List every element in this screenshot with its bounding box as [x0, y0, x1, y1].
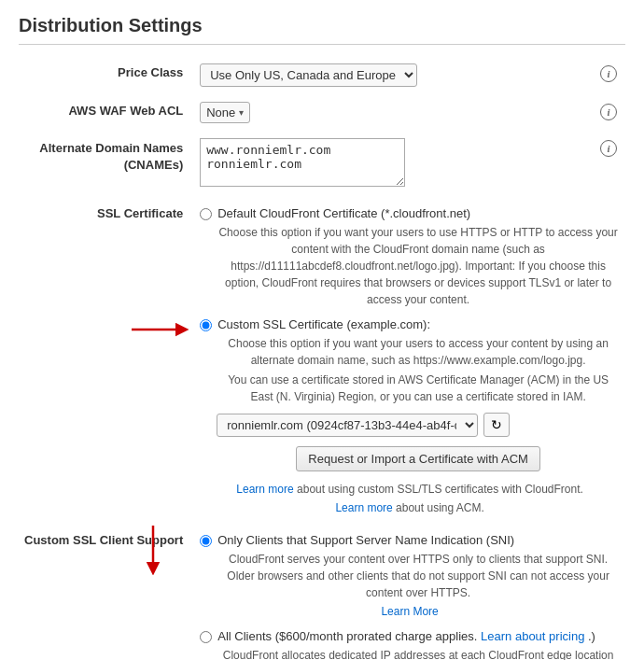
waf-chevron-icon: ▾	[239, 107, 244, 118]
cert-dropdown[interactable]: ronniemlr.com (0924cf87-13b3-44e4-ab4f-d…	[217, 414, 478, 437]
sni-option: Only Clients that Support Server Name In…	[200, 533, 620, 547]
cnames-info-icon[interactable]: i	[600, 140, 617, 157]
ssl-custom-desc1: Choose this option if you want your user…	[217, 335, 620, 369]
ssl-custom-option: Custom SSL Certificate (example.com):	[200, 317, 620, 331]
ssl-default-radio[interactable]	[200, 208, 212, 220]
ssl-default-desc: Choose this option if you want your user…	[217, 224, 620, 308]
sni-learn-more-link[interactable]: Learn More	[381, 605, 438, 618]
ssl-learn-more-link[interactable]: Learn more	[236, 483, 293, 496]
arrow-indicator	[130, 319, 190, 340]
all-clients-radio[interactable]	[200, 631, 212, 643]
all-clients-desc: CloudFront allocates dedicated IP addres…	[217, 647, 620, 660]
page-title: Distribution Settings	[19, 15, 625, 45]
ssl-label: SSL Certificate	[19, 197, 194, 524]
arrow-down-indicator	[130, 524, 176, 578]
waf-info-icon[interactable]: i	[600, 104, 617, 120]
refresh-cert-button[interactable]: ↻	[483, 413, 510, 437]
cnames-label: Alternate Domain Names (CNAMEs)	[19, 131, 194, 197]
waf-dropdown[interactable]: None ▾	[200, 102, 250, 123]
sni-radio[interactable]	[200, 535, 212, 547]
ssl-custom-label: Custom SSL Certificate (example.com):	[217, 317, 430, 331]
ssl-default-option: Default CloudFront Certificate (*.cloudf…	[200, 206, 620, 220]
price-class-select[interactable]: Use Only US, Canada and Europe Use Only …	[200, 63, 417, 87]
acm-button[interactable]: Request or Import a Certificate with ACM	[296, 446, 540, 471]
waf-dropdown-text: None	[206, 105, 235, 119]
price-class-label: Price Class	[19, 56, 194, 94]
ssl-default-label: Default CloudFront Certificate (*.cloudf…	[217, 206, 470, 220]
ssl-custom-desc2: You can use a certificate stored in AWS …	[217, 372, 620, 405]
ssl-custom-radio[interactable]	[200, 319, 212, 331]
sni-learn-more-row: Learn More	[200, 603, 620, 620]
acm-learn-more-link[interactable]: Learn more	[335, 501, 392, 514]
all-clients-option: All Clients ($600/month prorated charge …	[200, 629, 620, 643]
sni-label: Only Clients that Support Server Name In…	[217, 533, 514, 547]
ssl-learn-more-row2: Learn more about using ACM.	[200, 499, 620, 516]
pricing-link[interactable]: Learn about pricing	[481, 629, 584, 643]
waf-label: AWS WAF Web ACL	[19, 94, 194, 131]
price-class-info-icon[interactable]: i	[600, 65, 617, 82]
all-clients-label: All Clients ($600/month prorated charge …	[217, 629, 595, 643]
cnames-textarea[interactable]: www.ronniemlr.com ronniemlr.com	[200, 138, 405, 187]
ssl-learn-more-row1: Learn more about using custom SSL/TLS ce…	[200, 481, 620, 498]
sni-desc: CloudFront serves your content over HTTP…	[217, 551, 620, 601]
